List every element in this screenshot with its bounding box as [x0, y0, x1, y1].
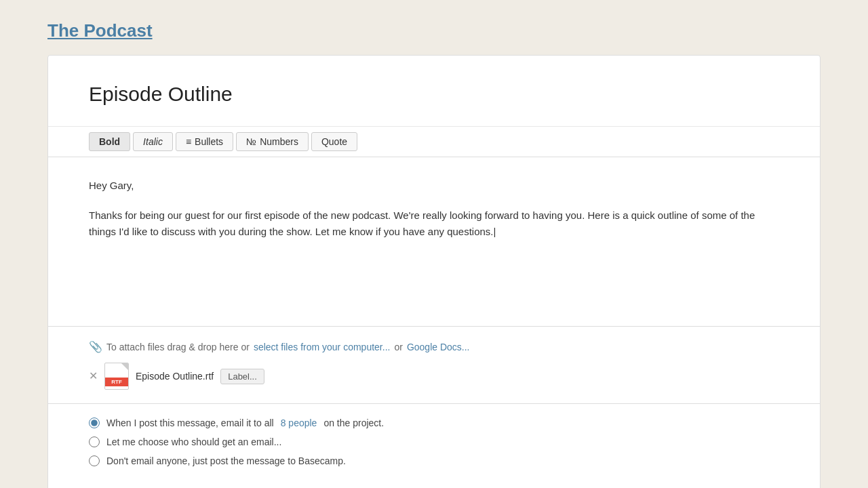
email-all-label-after: on the project. [323, 418, 384, 428]
paperclip-icon: 📎 [89, 340, 102, 353]
file-name-label: Episode Outline.rtf [136, 371, 214, 382]
email-none-label: Don't email anyone, just post the messag… [106, 455, 346, 466]
file-type-label: RTF [105, 378, 128, 386]
numbers-icon: № [246, 136, 256, 147]
page-wrapper: The Podcast Episode Outline Bold Italic … [34, 0, 834, 488]
bullets-icon: ≡ [186, 136, 191, 147]
email-choose-radio[interactable] [89, 436, 100, 447]
body-text: Thanks for being our guest for our first… [89, 207, 779, 240]
people-count-link[interactable]: 8 people [281, 418, 317, 428]
select-files-link[interactable]: select files from your computer... [254, 342, 391, 352]
attach-hint: 📎 To attach files drag & drop here or se… [89, 340, 779, 353]
main-card: Episode Outline Bold Italic ≡ Bullets № … [47, 55, 821, 488]
numbers-button[interactable]: № Numbers [236, 132, 309, 151]
italic-button[interactable]: Italic [133, 132, 173, 151]
formatting-toolbar: Bold Italic ≡ Bullets № Numbers Quote [48, 127, 820, 157]
email-none-radio[interactable] [89, 455, 100, 466]
attach-area: 📎 To attach files drag & drop here or se… [48, 327, 820, 404]
email-choose-option[interactable]: Let me choose who should get an email... [89, 436, 779, 447]
project-title-link[interactable]: The Podcast [47, 20, 153, 41]
remove-file-button[interactable]: ✕ [89, 371, 98, 382]
content-area[interactable]: Hey Gary, Thanks for being our guest for… [48, 157, 820, 327]
text-cursor [494, 226, 496, 237]
label-button[interactable]: Label... [220, 369, 264, 384]
email-choose-label: Let me choose who should get an email... [106, 436, 281, 447]
greeting-text: Hey Gary, [89, 178, 779, 194]
email-all-option[interactable]: When I post this message, email it to al… [89, 418, 779, 428]
quote-button[interactable]: Quote [311, 132, 357, 151]
attached-file-row: ✕ RTF Episode Outline.rtf Label... [89, 363, 779, 390]
bullets-button[interactable]: ≡ Bullets [176, 132, 233, 151]
email-none-option[interactable]: Don't email anyone, just post the messag… [89, 455, 779, 466]
email-options-section: When I post this message, email it to al… [48, 404, 820, 488]
google-docs-link[interactable]: Google Docs... [407, 342, 470, 352]
document-title: Episode Outline [89, 83, 779, 106]
bold-button[interactable]: Bold [89, 132, 130, 151]
doc-title-area: Episode Outline [48, 56, 820, 127]
email-all-radio[interactable] [89, 418, 100, 428]
file-icon: RTF [104, 363, 129, 390]
email-all-label-before: When I post this message, email it to al… [106, 418, 274, 428]
